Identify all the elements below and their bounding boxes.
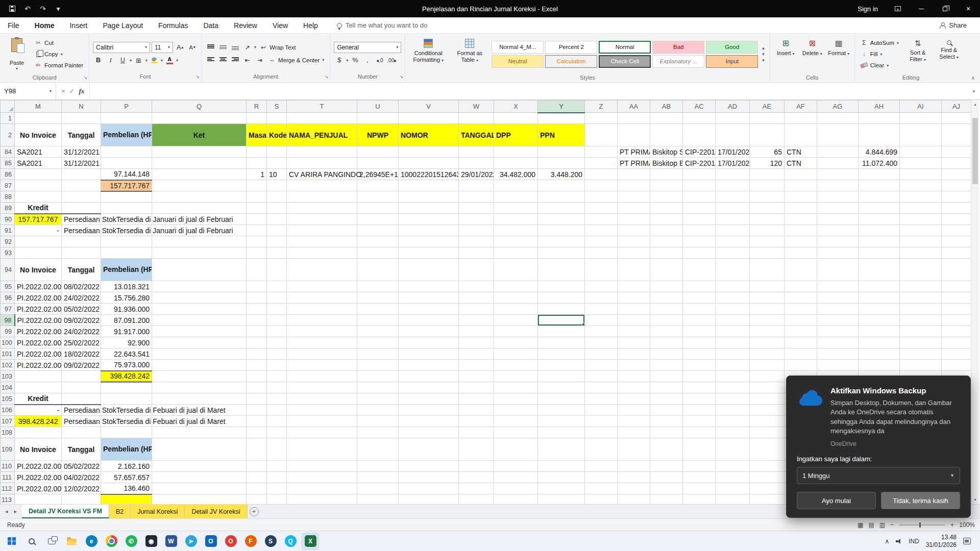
zoom-slider[interactable] xyxy=(899,524,945,525)
cell-ae99[interactable] xyxy=(750,326,785,337)
column-header-ah[interactable]: AH xyxy=(859,101,900,113)
comma-style-button[interactable]: , xyxy=(362,55,373,66)
cell-n101[interactable]: 18/02/2022 xyxy=(62,348,101,360)
taskbar-telegram[interactable]: ➤ xyxy=(182,533,200,550)
cell-p93[interactable] xyxy=(101,247,152,259)
clear-button[interactable]: Clear▾ xyxy=(859,60,901,70)
cell-ac92[interactable] xyxy=(683,236,716,247)
cell-y106[interactable] xyxy=(538,405,585,416)
cell-ad92[interactable] xyxy=(716,236,750,247)
cell-u96[interactable] xyxy=(357,292,399,304)
cell-ag100[interactable] xyxy=(817,337,859,348)
cell-v109[interactable] xyxy=(399,438,459,461)
row-header-94[interactable]: 94 xyxy=(1,259,15,281)
cell-s86[interactable]: 10 xyxy=(267,169,287,180)
cell-y2[interactable]: PPN xyxy=(538,124,585,146)
row-header-101[interactable]: 101 xyxy=(1,348,15,360)
zoom-in-button[interactable]: + xyxy=(950,521,954,529)
cell-z102[interactable] xyxy=(585,360,618,371)
cell-m112[interactable]: PI.2022.02.00010 xyxy=(15,483,62,494)
column-header-p[interactable]: P xyxy=(101,101,152,113)
taskbar-outlook[interactable]: O xyxy=(202,533,219,550)
cell-y89[interactable] xyxy=(538,203,585,214)
cell-m93[interactable] xyxy=(15,247,62,259)
cell-aa93[interactable] xyxy=(618,247,650,259)
cell-ag87[interactable] xyxy=(817,180,859,191)
cell-ae110[interactable] xyxy=(750,461,785,472)
cell-ac105[interactable] xyxy=(683,393,716,405)
cell-af85[interactable]: CTN xyxy=(785,158,817,169)
cell-m1[interactable] xyxy=(15,113,62,124)
cell-w97[interactable] xyxy=(459,304,494,315)
cell-z108[interactable] xyxy=(585,427,618,438)
cell-y94[interactable] xyxy=(538,259,585,281)
cell-s92[interactable] xyxy=(267,236,287,247)
sheet-tab-b2[interactable]: B2 xyxy=(109,505,131,518)
restore-button[interactable] xyxy=(933,0,957,17)
redo-button[interactable]: ↷ xyxy=(36,2,50,16)
column-header-ac[interactable]: AC xyxy=(683,101,716,113)
cell-s104[interactable] xyxy=(267,382,287,393)
cell-ai98[interactable] xyxy=(900,315,942,326)
cell-aa105[interactable] xyxy=(618,393,650,405)
autosum-button[interactable]: ΣAutoSum▾ xyxy=(859,38,901,48)
cell-r108[interactable] xyxy=(247,427,267,438)
cell-ad111[interactable] xyxy=(716,472,750,483)
italic-button[interactable]: I xyxy=(105,55,116,66)
cell-ac108[interactable] xyxy=(683,427,716,438)
cell-aa112[interactable] xyxy=(618,483,650,494)
cell-ag91[interactable] xyxy=(817,225,859,236)
row-header-85[interactable]: 85 xyxy=(1,158,15,169)
cell-q108[interactable] xyxy=(152,427,247,438)
row-header-109[interactable]: 109 xyxy=(1,438,15,461)
cell-ag84[interactable] xyxy=(817,146,859,158)
cell-r87[interactable] xyxy=(247,180,267,191)
row-header-89[interactable]: 89 xyxy=(1,203,15,214)
cell-ad2[interactable] xyxy=(716,124,750,146)
cell-v101[interactable] xyxy=(399,348,459,360)
cell-r85[interactable] xyxy=(247,158,267,169)
cell-ab92[interactable] xyxy=(650,236,683,247)
previous-sheet-button[interactable]: ◂ xyxy=(5,508,8,515)
cell-ab96[interactable] xyxy=(650,292,683,304)
cell-ab107[interactable] xyxy=(650,416,683,427)
cell-w1[interactable] xyxy=(459,113,494,124)
cell-n2[interactable]: Tanggal xyxy=(62,124,101,146)
cell-t100[interactable] xyxy=(287,337,357,348)
cell-m97[interactable]: PI.2022.02.00057 xyxy=(15,304,62,315)
cell-ag97[interactable] xyxy=(817,304,859,315)
cell-w99[interactable] xyxy=(459,326,494,337)
scroll-down-button[interactable]: ▾ xyxy=(971,495,979,504)
cell-ag93[interactable] xyxy=(817,247,859,259)
cell-z87[interactable] xyxy=(585,180,618,191)
column-header-r[interactable]: R xyxy=(247,101,267,113)
styles-scroll-up-button[interactable]: ▴ xyxy=(762,45,765,51)
start-backup-button[interactable]: Ayo mulai xyxy=(797,492,876,509)
cell-ac96[interactable] xyxy=(683,292,716,304)
cell-ac94[interactable] xyxy=(683,259,716,281)
cell-n96[interactable]: 24/02/2022 xyxy=(62,292,101,304)
cell-aa98[interactable] xyxy=(618,315,650,326)
cell-ab91[interactable] xyxy=(650,225,683,236)
cell-y87[interactable] xyxy=(538,180,585,191)
cell-t91[interactable] xyxy=(287,225,357,236)
cell-x2[interactable]: DPP xyxy=(494,124,538,146)
cell-r84[interactable] xyxy=(247,146,267,158)
cell-ae87[interactable] xyxy=(750,180,785,191)
zoom-out-button[interactable]: − xyxy=(890,521,894,529)
cell-u94[interactable] xyxy=(357,259,399,281)
cell-w113[interactable] xyxy=(459,494,494,505)
styles-scroll-down-button[interactable]: ▾ xyxy=(762,52,765,57)
cell-aj99[interactable] xyxy=(942,326,971,337)
cell-aa90[interactable] xyxy=(618,214,650,225)
cell-v97[interactable] xyxy=(399,304,459,315)
cell-ag89[interactable] xyxy=(817,203,859,214)
cell-aj95[interactable] xyxy=(942,281,971,292)
cell-af97[interactable] xyxy=(785,304,817,315)
cell-t94[interactable] xyxy=(287,259,357,281)
cell-ae86[interactable] xyxy=(750,169,785,180)
dismiss-backup-button[interactable]: Tidak, terima kasih xyxy=(881,492,960,509)
normal-view-button[interactable]: ▦ xyxy=(857,521,863,529)
cell-u100[interactable] xyxy=(357,337,399,348)
cell-p108[interactable] xyxy=(101,427,152,438)
